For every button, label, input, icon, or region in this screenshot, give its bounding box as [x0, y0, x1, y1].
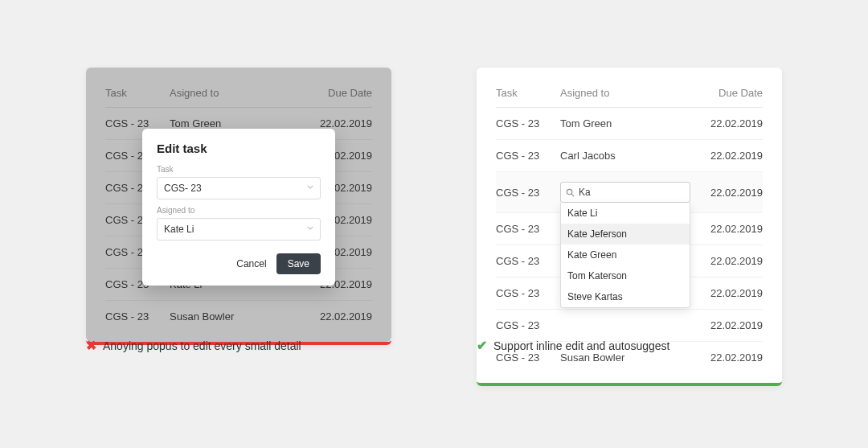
- search-icon: [566, 188, 575, 197]
- cross-icon: ✖: [86, 338, 96, 353]
- svg-line-1: [571, 194, 574, 196]
- assigned-select[interactable]: Kate Li: [157, 218, 321, 240]
- cell-task: CGS - 23: [496, 223, 560, 235]
- svg-point-0: [567, 189, 571, 194]
- suggestion-item[interactable]: Kate Jeferson: [561, 224, 690, 245]
- cell-date: 22.02.2019: [690, 319, 763, 331]
- bad-caption: ✖ Anoying popus to edit every small deta…: [86, 338, 301, 353]
- search-input-value: Ka: [579, 187, 591, 198]
- cell-task: CGS - 23: [496, 187, 560, 199]
- cell-task: CGS - 23: [496, 287, 560, 299]
- cell-date: 22.02.2019: [690, 255, 763, 267]
- chevron-down-icon: [307, 185, 313, 191]
- cell-date: 22.02.2019: [690, 351, 763, 364]
- good-caption-text: Support inline edit and autosuggest: [493, 339, 670, 352]
- table-row[interactable]: CGS - 23 Ka Kate Li Kate Jeferson Kate G…: [496, 172, 763, 213]
- cell-date: 22.02.2019: [690, 150, 763, 162]
- check-icon: ✔: [477, 338, 487, 353]
- edit-task-modal: Edit task Task CGS- 23 Asigned to Kate L…: [142, 129, 335, 286]
- suggestion-item[interactable]: Kate Li: [561, 203, 690, 224]
- col-task-header: Task: [496, 87, 560, 99]
- cell-date: 22.02.2019: [690, 287, 763, 299]
- table-row[interactable]: CGS - 23 Tom Green 22.02.2019: [496, 108, 763, 140]
- cell-task: CGS - 23: [496, 255, 560, 267]
- good-caption: ✔ Support inline edit and autosuggest: [477, 338, 670, 353]
- autosuggest-dropdown: Kate Li Kate Jeferson Kate Green Tom Kat…: [560, 203, 690, 308]
- cancel-button[interactable]: Cancel: [236, 258, 266, 269]
- task-field-label: Task: [157, 165, 321, 174]
- cell-date: 22.02.2019: [690, 187, 763, 199]
- bad-caption-text: Anoying popus to edit every small detail: [103, 339, 301, 352]
- modal-title: Edit task: [157, 142, 321, 155]
- cell-task: CGS - 23: [496, 319, 560, 331]
- cell-assigned: Susan Bowler: [560, 351, 690, 364]
- suggestion-item[interactable]: Kate Green: [561, 245, 690, 265]
- bad-example-panel: Task Asigned to Due Date CGS - 23 Tom Gr…: [86, 68, 391, 345]
- task-select-value: CGS- 23: [164, 183, 202, 194]
- save-button[interactable]: Save: [276, 253, 321, 274]
- table-row[interactable]: CGS - 23 22.02.2019: [496, 310, 763, 342]
- cell-task: CGS - 23: [496, 117, 560, 129]
- col-assigned-header: Asigned to: [560, 87, 690, 99]
- chevron-down-icon: [307, 226, 313, 232]
- task-select[interactable]: CGS- 23: [157, 177, 321, 199]
- cell-task: CGS - 23: [496, 351, 560, 364]
- cell-assigned: Carl Jacobs: [560, 150, 690, 162]
- cell-task: CGS - 23: [496, 150, 560, 162]
- suggestion-item[interactable]: Steve Kartas: [561, 286, 690, 307]
- suggestion-item[interactable]: Tom Katerson: [561, 265, 690, 286]
- assigned-inline-search[interactable]: Ka: [560, 182, 690, 203]
- table-row[interactable]: CGS - 23 Carl Jacobs 22.02.2019: [496, 140, 763, 172]
- cell-assigned: Tom Green: [560, 117, 690, 129]
- assigned-field-label: Asigned to: [157, 206, 321, 215]
- table-header: Task Asigned to Due Date: [496, 87, 763, 108]
- cell-date: 22.02.2019: [690, 117, 763, 129]
- col-date-header: Due Date: [690, 87, 763, 99]
- assigned-select-value: Kate Li: [164, 224, 194, 235]
- cell-date: 22.02.2019: [690, 223, 763, 235]
